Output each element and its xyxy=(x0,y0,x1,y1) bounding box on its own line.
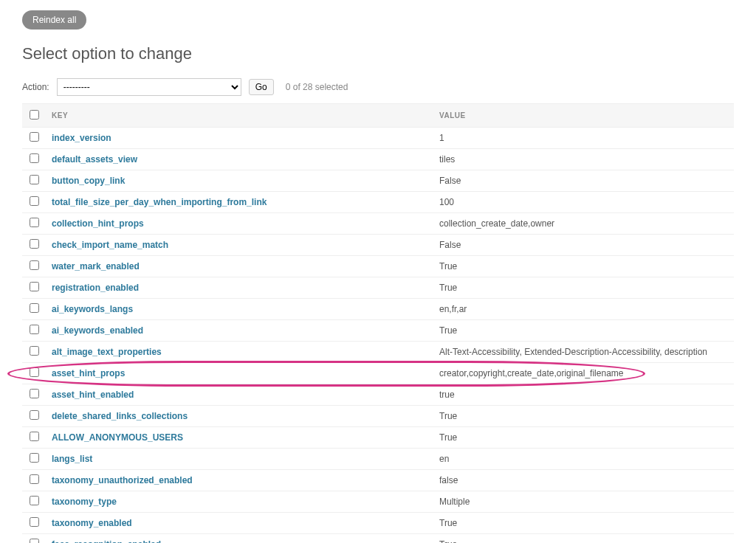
table-row: taxonomy_unauthorized_enabledfalse xyxy=(22,470,734,491)
options-table: KEY VALUE index_version1default_assets_v… xyxy=(22,103,734,543)
row-value-cell: en,fr,ar xyxy=(435,299,734,320)
option-key-link[interactable]: default_assets_view xyxy=(52,154,137,165)
row-checkbox[interactable] xyxy=(30,410,39,420)
action-select[interactable]: --------- xyxy=(57,78,241,96)
option-key-link[interactable]: asset_hint_enabled xyxy=(52,390,134,400)
table-row: total_file_size_per_day_when_importing_f… xyxy=(22,192,734,213)
row-value-cell: True xyxy=(435,277,734,299)
row-checkbox-cell xyxy=(22,470,47,491)
row-checkbox[interactable] xyxy=(30,539,39,543)
row-key-cell: ai_keywords_enabled xyxy=(47,320,435,342)
option-key-link[interactable]: face_recognition_enabled xyxy=(52,539,161,543)
table-row: ai_keywords_enabledTrue xyxy=(22,320,734,342)
option-key-link[interactable]: alt_image_text_properties xyxy=(52,347,162,357)
option-key-link[interactable]: delete_shared_links_collections xyxy=(52,411,188,421)
row-value-cell: Alt-Text-Accessibility, Extended-Descrip… xyxy=(435,342,734,363)
row-checkbox[interactable] xyxy=(30,175,39,184)
row-key-cell: registration_enabled xyxy=(47,277,435,299)
reindex-all-button[interactable]: Reindex all xyxy=(22,10,86,30)
row-checkbox[interactable] xyxy=(30,389,39,398)
table-row: ai_keywords_langsen,fr,ar xyxy=(22,299,734,320)
row-checkbox[interactable] xyxy=(30,432,39,441)
row-checkbox-cell xyxy=(22,342,47,363)
row-checkbox-cell xyxy=(22,534,47,544)
row-key-cell: button_copy_link xyxy=(47,170,435,192)
action-label: Action: xyxy=(22,82,49,92)
row-value-cell: Multiple xyxy=(435,491,734,513)
row-value-cell: en xyxy=(435,449,734,470)
table-row: langs_listen xyxy=(22,449,734,470)
table-row: asset_hint_enabledtrue xyxy=(22,384,734,406)
selection-count: 0 of 28 selected xyxy=(286,82,348,92)
table-row: default_assets_viewtiles xyxy=(22,149,734,170)
row-checkbox[interactable] xyxy=(30,346,39,356)
row-checkbox-cell xyxy=(22,149,47,170)
row-checkbox-cell xyxy=(22,128,47,149)
option-key-link[interactable]: button_copy_link xyxy=(52,176,125,186)
row-value-cell: False xyxy=(435,170,734,192)
row-value-cell: tiles xyxy=(435,149,734,170)
row-key-cell: taxonomy_type xyxy=(47,491,435,513)
row-value-cell: True xyxy=(435,534,734,544)
go-button[interactable]: Go xyxy=(249,79,274,95)
row-value-cell: 1 xyxy=(435,128,734,149)
row-key-cell: water_mark_enabled xyxy=(47,256,435,277)
row-value-cell: creator,copyright,create_date,original_f… xyxy=(435,363,734,384)
table-row: alt_image_text_propertiesAlt-Text-Access… xyxy=(22,342,734,363)
row-value-cell: False xyxy=(435,235,734,256)
table-row: taxonomy_enabledTrue xyxy=(22,513,734,534)
option-key-link[interactable]: taxonomy_type xyxy=(52,497,117,507)
row-checkbox-cell xyxy=(22,192,47,213)
row-checkbox[interactable] xyxy=(30,496,39,505)
table-row: delete_shared_links_collectionsTrue xyxy=(22,406,734,427)
column-header-value[interactable]: VALUE xyxy=(435,104,734,128)
option-key-link[interactable]: langs_list xyxy=(52,454,92,464)
row-checkbox[interactable] xyxy=(30,303,39,313)
row-checkbox[interactable] xyxy=(30,239,39,249)
row-checkbox[interactable] xyxy=(30,196,39,206)
table-row: asset_hint_propscreator,copyright,create… xyxy=(22,363,734,384)
table-row: collection_hint_propscollection_create_d… xyxy=(22,213,734,235)
option-key-link[interactable]: ALLOW_ANONYMOUS_USERS xyxy=(52,432,183,443)
page-title: Select option to change xyxy=(22,44,734,63)
select-all-checkbox[interactable] xyxy=(30,110,39,120)
option-key-link[interactable]: ai_keywords_langs xyxy=(52,304,133,314)
column-header-key[interactable]: KEY xyxy=(47,104,435,128)
column-header-checkbox xyxy=(22,104,47,128)
option-key-link[interactable]: total_file_size_per_day_when_importing_f… xyxy=(52,197,267,207)
row-checkbox[interactable] xyxy=(30,453,39,463)
option-key-link[interactable]: water_mark_enabled xyxy=(52,261,140,272)
row-checkbox[interactable] xyxy=(30,325,39,334)
row-value-cell: 100 xyxy=(435,192,734,213)
row-checkbox[interactable] xyxy=(30,282,39,291)
option-key-link[interactable]: ai_keywords_enabled xyxy=(52,325,143,336)
option-key-link[interactable]: registration_enabled xyxy=(52,283,139,293)
row-value-cell: false xyxy=(435,470,734,491)
option-key-link[interactable]: index_version xyxy=(52,133,111,143)
table-row: taxonomy_typeMultiple xyxy=(22,491,734,513)
row-checkbox[interactable] xyxy=(30,260,39,270)
row-key-cell: index_version xyxy=(47,128,435,149)
row-key-cell: taxonomy_unauthorized_enabled xyxy=(47,470,435,491)
row-value-cell: true xyxy=(435,384,734,406)
row-checkbox-cell xyxy=(22,491,47,513)
row-value-cell: True xyxy=(435,320,734,342)
option-key-link[interactable]: collection_hint_props xyxy=(52,218,144,229)
row-checkbox-cell xyxy=(22,513,47,534)
row-checkbox[interactable] xyxy=(30,517,39,527)
option-key-link[interactable]: asset_hint_props xyxy=(52,368,125,378)
row-checkbox[interactable] xyxy=(30,218,39,227)
row-checkbox[interactable] xyxy=(30,153,39,163)
row-key-cell: taxonomy_enabled xyxy=(47,513,435,534)
row-key-cell: alt_image_text_properties xyxy=(47,342,435,363)
row-checkbox[interactable] xyxy=(30,474,39,484)
row-key-cell: collection_hint_props xyxy=(47,213,435,235)
row-key-cell: ai_keywords_langs xyxy=(47,299,435,320)
option-key-link[interactable]: taxonomy_enabled xyxy=(52,518,132,528)
row-key-cell: asset_hint_props xyxy=(47,363,435,384)
option-key-link[interactable]: check_import_name_match xyxy=(52,240,168,250)
row-checkbox[interactable] xyxy=(30,367,39,377)
option-key-link[interactable]: taxonomy_unauthorized_enabled xyxy=(52,475,193,485)
table-row: check_import_name_matchFalse xyxy=(22,235,734,256)
row-checkbox[interactable] xyxy=(30,132,39,142)
